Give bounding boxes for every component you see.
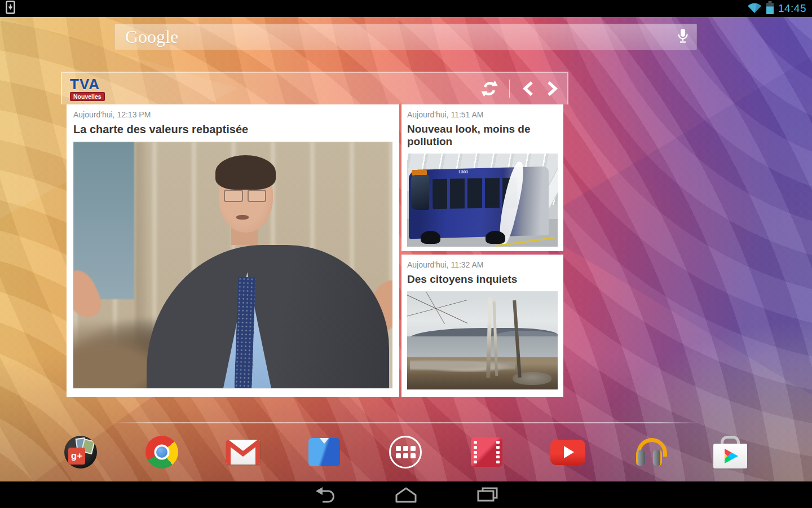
photo-shape [236, 215, 249, 220]
recents-button[interactable] [474, 485, 501, 505]
photo-shape [421, 231, 440, 244]
play-books-icon [308, 438, 340, 466]
header-divider [509, 80, 510, 98]
refresh-button[interactable] [481, 80, 498, 97]
headphone-cup [636, 450, 645, 466]
navigation-bar [0, 481, 812, 508]
dock-icon-play-books[interactable] [284, 430, 365, 474]
photo-shape [224, 190, 242, 202]
photo-shape [234, 277, 255, 388]
usb-connected-icon [6, 1, 15, 16]
article-timestamp: Aujourd'hui, 11:32 AM [407, 260, 558, 269]
photo-shape [410, 358, 515, 372]
google-plus-icon: g+ [64, 436, 97, 468]
google-search-bar[interactable]: Google [114, 24, 697, 50]
dock-icon-google-plus[interactable]: g+ [40, 430, 121, 474]
dock: g+ [40, 430, 771, 474]
news-widget-controls [481, 80, 559, 98]
wifi-icon [747, 2, 762, 16]
tva-logo-subtitle: Nouvelles [70, 92, 105, 101]
google-plus-badge: g+ [68, 448, 85, 465]
article-photo-lakeshore [407, 291, 558, 389]
tva-logo-text: TVA [70, 77, 105, 91]
dock-icon-gmail[interactable] [202, 430, 284, 474]
dock-divider [113, 422, 699, 423]
dock-icon-play-store[interactable] [690, 430, 771, 474]
play-music-icon [633, 436, 665, 468]
youtube-icon [550, 440, 585, 465]
article-title: La charte des valeurs rebaptisée [73, 123, 392, 137]
article-title: Des citoyens inquiets [407, 273, 558, 286]
article-card-secondary[interactable]: Aujourd'hui, 11:32 AM Des citoyens inqui… [401, 255, 563, 397]
article-title: Nouveau look, moins de pollution [407, 123, 558, 148]
photo-shape [407, 292, 467, 324]
status-time: 14:45 [778, 2, 806, 15]
news-widget-header: TVA Nouvelles [61, 72, 568, 104]
article-timestamp: Aujourd'hui, 11:51 AM [407, 110, 558, 119]
next-button[interactable] [546, 80, 559, 98]
dock-icon-play-music[interactable] [608, 430, 690, 474]
article-photo-politician [73, 142, 392, 388]
wallpaper-facet [530, 56, 812, 395]
chrome-icon [145, 436, 178, 468]
home-button[interactable] [392, 485, 420, 505]
microphone-icon[interactable] [677, 28, 689, 47]
gmail-icon [226, 440, 260, 465]
app-drawer-icon [389, 436, 422, 468]
dock-icon-chrome[interactable] [121, 430, 202, 474]
android-home-screen: 14:45 Google TVA Nouvelles [0, 0, 812, 508]
play-movies-icon [471, 437, 502, 467]
photo-shape [486, 231, 505, 244]
play-store-icon [713, 436, 747, 468]
google-logo: Google [125, 27, 178, 47]
play-triangle [564, 446, 574, 458]
photo-shape [411, 175, 429, 211]
photo-shape [215, 155, 276, 190]
dock-icon-app-drawer[interactable] [365, 430, 446, 474]
article-photo-bus: 1301 [407, 154, 558, 247]
dock-icon-youtube[interactable] [527, 430, 608, 474]
tva-news-widget: TVA Nouvelles Aujourd'hui, 12:13 PM La c… [61, 72, 568, 402]
tva-nouvelles-logo[interactable]: TVA Nouvelles [70, 77, 105, 101]
article-card-secondary[interactable]: Aujourd'hui, 11:51 AM Nouveau look, moin… [401, 104, 563, 251]
status-bar: 14:45 [0, 0, 812, 17]
headphone-cup [653, 450, 662, 466]
battery-icon [766, 1, 774, 16]
bus-number: 1301 [458, 169, 469, 174]
back-button[interactable] [312, 485, 339, 505]
article-card-main[interactable]: Aujourd'hui, 12:13 PM La charte des vale… [67, 104, 399, 397]
previous-button[interactable] [521, 80, 535, 98]
article-timestamp: Aujourd'hui, 12:13 PM [73, 110, 392, 119]
photo-shape [248, 190, 266, 202]
dock-icon-play-movies[interactable] [446, 430, 527, 474]
